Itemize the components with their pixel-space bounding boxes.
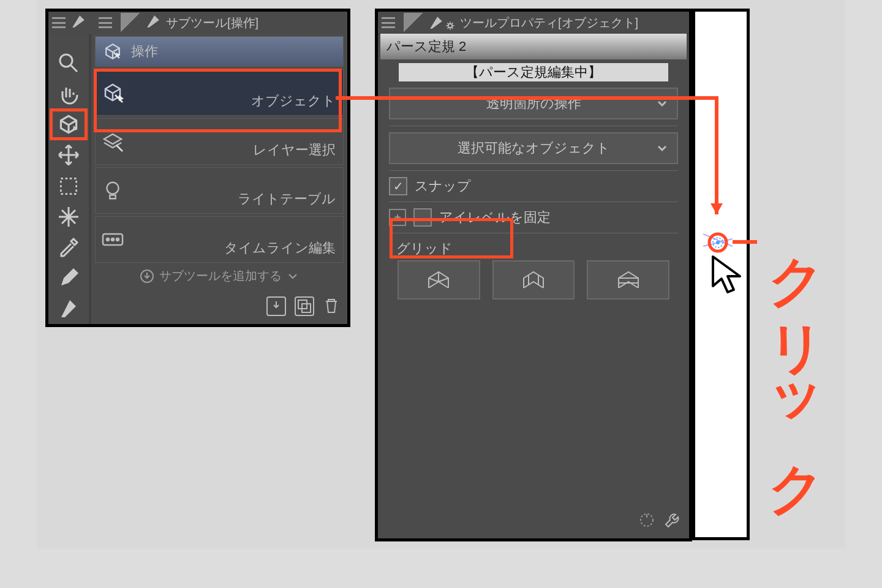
grid-buttons [398, 260, 669, 300]
dropdown-selectable-objects[interactable]: 選択可能なオブジェクト [389, 132, 678, 164]
pencil-icon[interactable] [51, 264, 86, 292]
property-footer [638, 511, 682, 532]
subtool-list: 操作 オブジェクト レイヤー選択 ライトテーブル タイムライン編集 サブツールを… [91, 34, 347, 324]
svg-point-3 [107, 183, 119, 194]
pen-tip-icon [70, 13, 86, 32]
eyedropper-icon[interactable] [51, 233, 86, 262]
layer-status: 【パース定規編集中】 [399, 63, 668, 81]
pen-gear-icon [428, 15, 455, 31]
grid-yz-button[interactable] [492, 260, 575, 300]
subtool-group-label: 操作 [131, 42, 158, 61]
timeline-icon [100, 227, 125, 252]
eyelevel-row: + アイレベルを固定 [389, 208, 678, 227]
subtool-label: レイヤー選択 [253, 141, 336, 159]
pen-tip-icon [145, 13, 161, 32]
move-icon[interactable] [51, 141, 86, 169]
snap-label: スナップ [415, 177, 471, 195]
import-icon[interactable] [266, 296, 286, 316]
add-subtool-row[interactable]: サブツールを追加する [91, 268, 347, 284]
grid-label: グリッド [396, 239, 671, 258]
svg-point-0 [60, 55, 72, 67]
bulb-icon [100, 178, 125, 203]
subtool-label: タイムライン編集 [224, 239, 336, 257]
strip-collapse[interactable] [48, 34, 89, 48]
panel-menu-icon[interactable] [99, 17, 112, 28]
property-header: ツールプロパティ[オブジェクト] [378, 12, 689, 34]
tab-indicator-icon [404, 13, 423, 32]
menu-icon[interactable] [382, 17, 395, 28]
snap-row: スナップ [389, 177, 678, 195]
chevron-down-icon [656, 142, 668, 154]
cube-cursor-icon [100, 80, 125, 105]
separator [389, 170, 678, 171]
subtool-panel: サブツール[操作] 操作 オブジェクト [45, 9, 350, 327]
expand-icon[interactable]: + [389, 209, 406, 226]
duplicate-icon[interactable] [295, 296, 314, 316]
subtool-label: オブジェクト [251, 92, 336, 110]
marquee-icon[interactable] [51, 172, 86, 200]
subtool-header: サブツール[操作] [48, 12, 347, 34]
subtool-group-operation[interactable]: 操作 [95, 36, 344, 67]
trash-icon[interactable] [323, 296, 340, 318]
svg-point-7 [116, 238, 119, 241]
download-icon [140, 269, 154, 284]
layer-name: パース定規 2 [380, 34, 687, 59]
tool-strip [48, 34, 91, 324]
reset-icon[interactable] [638, 511, 656, 532]
tool-property-panel: ツールプロパティ[オブジェクト] パース定規 2 【パース定規編集中】 透明箇所… [375, 9, 692, 541]
sparkle-icon[interactable] [51, 203, 86, 231]
wrench-icon[interactable] [663, 511, 682, 532]
tab-indicator-icon [121, 13, 140, 32]
layers-cursor-icon [100, 129, 125, 154]
subtool-title: サブツール[操作] [166, 15, 258, 31]
chevron-down-icon [287, 270, 299, 282]
dropdown-transparent-ops[interactable]: 透明箇所の操作 [389, 88, 678, 119]
eyelevel-label: アイレベルを固定 [439, 208, 551, 227]
menu-icon[interactable] [52, 17, 66, 28]
chevron-down-icon [656, 97, 668, 110]
pen-icon[interactable] [51, 295, 86, 323]
separator [389, 126, 678, 126]
grid-xz-button[interactable] [587, 260, 669, 300]
cube-cursor-icon [100, 39, 125, 64]
grid-xy-button[interactable] [398, 260, 480, 300]
subtool-item-light-table[interactable]: ライトテーブル [95, 167, 344, 214]
snap-checkbox[interactable] [389, 177, 407, 195]
subtool-item-timeline[interactable]: タイムライン編集 [95, 216, 344, 263]
svg-rect-2 [61, 178, 76, 194]
separator [389, 233, 678, 233]
subtool-item-layer-select[interactable]: レイヤー選択 [95, 118, 344, 165]
svg-point-5 [107, 238, 109, 241]
svg-point-11 [448, 24, 453, 28]
svg-line-1 [71, 66, 77, 72]
subtool-footer [266, 296, 340, 318]
eyelevel-checkbox[interactable] [413, 208, 432, 227]
add-subtool-label: サブツールを追加する [159, 268, 282, 284]
annotation-click-text: クリック [760, 217, 834, 494]
separator [389, 202, 678, 202]
cursor-icon [709, 254, 746, 297]
subtool-item-object[interactable]: オブジェクト [95, 69, 344, 116]
object-tool-icon[interactable] [51, 110, 86, 138]
magnifier-icon[interactable] [51, 49, 86, 77]
property-title: ツールプロパティ[オブジェクト] [460, 15, 638, 31]
svg-point-6 [111, 238, 114, 241]
subtool-label: ライトテーブル [238, 190, 336, 208]
dropdown-label: 選択可能なオブジェクト [458, 139, 610, 157]
dropdown-label: 透明箇所の操作 [486, 94, 581, 113]
hand-icon[interactable] [51, 80, 86, 108]
